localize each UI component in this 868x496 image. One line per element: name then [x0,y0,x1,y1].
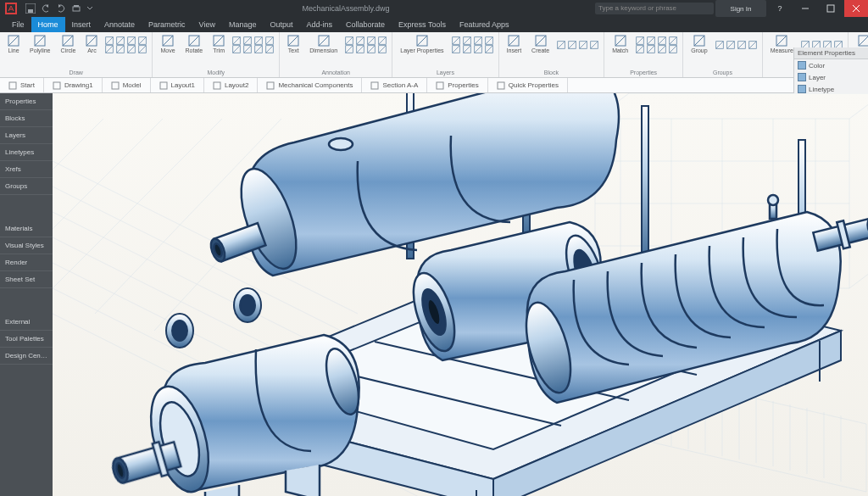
mini-tool-icon[interactable] [254,36,263,45]
mini-tool-icon[interactable] [116,45,125,53]
mini-tool-icon[interactable] [557,41,565,49]
tab-quick-properties[interactable]: Quick Properties [488,78,568,92]
mini-tool-icon[interactable] [658,45,666,53]
mini-tool-icon[interactable] [243,45,252,53]
insert-button[interactable]: Insert [504,34,525,55]
mini-tool-icon[interactable] [105,36,114,45]
text-button[interactable]: Text [285,34,302,55]
sidebar-item-materials[interactable]: Materials [0,220,53,237]
mini-tool-icon[interactable] [367,45,376,53]
tab-drawing1[interactable]: Drawing1 [44,78,103,92]
help-button[interactable]: ? [768,0,792,17]
mini-tool-icon[interactable] [105,45,114,53]
mini-tool-icon[interactable] [669,45,677,53]
mini-tool-icon[interactable] [485,36,493,45]
model-viewport[interactable] [53,93,868,496]
redo-icon[interactable] [56,3,66,14]
mini-tool-icon[interactable] [590,41,598,49]
mini-tool-icon[interactable] [485,45,493,53]
line-button[interactable]: Line [5,34,22,55]
sidebar-item-blocks[interactable]: Blocks [0,110,53,127]
sidebar-item-design-center[interactable]: Design Center [0,348,53,365]
trim-button[interactable]: Trim [210,34,227,55]
menu-item-express-tools[interactable]: Express Tools [392,17,453,32]
mini-tool-icon[interactable] [658,36,666,45]
group-button[interactable]: Group [688,34,709,55]
print-icon[interactable] [71,3,81,14]
mini-tool-icon[interactable] [748,41,757,49]
mini-tool-icon[interactable] [356,45,364,53]
tab-layout1[interactable]: Layout1 [151,78,204,92]
mini-tool-icon[interactable] [367,36,376,45]
mini-tool-icon[interactable] [254,45,263,53]
mini-tool-icon[interactable] [116,36,125,45]
mini-tool-icon[interactable] [726,41,735,49]
sidebar-item-linetypes[interactable]: Linetypes [0,144,53,161]
mini-tool-icon[interactable] [138,36,147,45]
mini-tool-icon[interactable] [378,45,387,53]
menu-item-output[interactable]: Output [263,17,299,32]
mini-tool-icon[interactable] [579,41,587,49]
match-button[interactable]: Match [609,34,631,55]
dimension-button[interactable]: Dimension [307,34,340,55]
mini-tool-icon[interactable] [345,36,353,45]
mini-tool-icon[interactable] [243,36,252,45]
menu-item-annotate[interactable]: Annotate [97,17,142,32]
mini-tool-icon[interactable] [474,45,482,53]
mini-tool-icon[interactable] [452,36,460,45]
sidebar-item-tool-palettes[interactable]: Tool Palettes [0,331,53,348]
mini-tool-icon[interactable] [568,41,576,49]
menu-item-view[interactable]: View [192,17,222,32]
create-button[interactable]: Create [529,34,552,55]
undo-icon[interactable] [41,3,51,14]
arc-button[interactable]: Arc [83,34,100,55]
mini-tool-icon[interactable] [474,36,482,45]
menu-item-featured-apps[interactable]: Featured Apps [453,17,516,32]
prop-row-color[interactable]: Color [794,59,868,71]
mini-tool-icon[interactable] [737,41,746,49]
menu-item-home[interactable]: Home [31,17,65,32]
sidebar-item-sheet-set[interactable]: Sheet Set [0,271,53,288]
close-button[interactable] [844,0,868,17]
menu-item-insert[interactable]: Insert [65,17,98,32]
mini-tool-icon[interactable] [378,36,387,45]
menu-item-add-ins[interactable]: Add-ins [300,17,340,32]
maximize-button[interactable] [819,0,843,17]
mini-tool-icon[interactable] [265,36,274,45]
layer-button[interactable]: Layer Properties [398,34,446,55]
tab-mechanical-components[interactable]: Mechanical Components [258,78,362,92]
move-button[interactable]: Move [158,34,177,55]
mini-tool-icon[interactable] [356,36,364,45]
save-icon[interactable] [25,3,36,14]
sidebar-item-render[interactable]: Render [0,254,53,271]
mini-tool-icon[interactable] [715,41,724,49]
circle-button[interactable]: Circle [58,34,79,55]
prop-row-layer[interactable]: Layer [794,71,868,83]
mini-tool-icon[interactable] [636,45,644,53]
mini-tool-icon[interactable] [345,45,353,53]
mini-tool-icon[interactable] [463,45,471,53]
mini-tool-icon[interactable] [265,45,274,53]
mini-tool-icon[interactable] [232,45,241,53]
minimize-button[interactable] [793,0,817,17]
mini-tool-icon[interactable] [669,36,677,45]
menu-item-file[interactable]: File [5,17,31,32]
sidebar-item-groups[interactable]: Groups [0,178,53,195]
mini-tool-icon[interactable] [463,36,471,45]
mini-tool-icon[interactable] [647,45,655,53]
sidebar-item-layers[interactable]: Layers [0,127,53,144]
sidebar-item-xrefs[interactable]: Xrefs [0,161,53,178]
measure-button[interactable]: Measure [768,34,796,55]
mini-tool-icon[interactable] [452,45,460,53]
tab-start[interactable]: Start [0,78,44,92]
mini-tool-icon[interactable] [232,36,241,45]
menu-item-parametric[interactable]: Parametric [142,17,192,32]
sidebar-item-visual-styles[interactable]: Visual Styles [0,237,53,254]
mini-tool-icon[interactable] [138,45,147,53]
tab-section-a-a[interactable]: Section A‑A [362,78,427,92]
rotate-button[interactable]: Rotate [183,34,206,55]
sidebar-item-external[interactable]: External [0,314,53,331]
tab-layout2[interactable]: Layout2 [204,78,258,92]
account-button[interactable]: Sign In [715,0,766,17]
menu-item-manage[interactable]: Manage [222,17,264,32]
